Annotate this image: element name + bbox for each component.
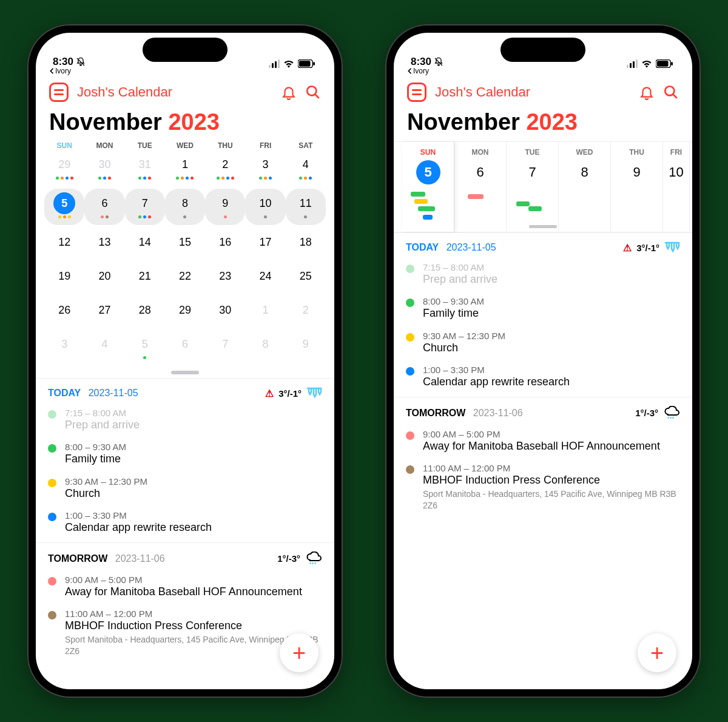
day-cell[interactable]: 4 [84,329,124,366]
event-dots [44,215,84,219]
mini-events [663,188,689,224]
day-cell[interactable]: 6 [84,189,124,225]
day-cell[interactable]: 15 [165,228,205,259]
day-cell[interactable]: 21 [125,261,165,293]
week-strip-day[interactable]: TUE7 [507,142,559,232]
day-number: 16 [214,231,236,253]
day-cell[interactable]: 3 [44,329,84,366]
day-cell[interactable]: 2 [286,295,326,327]
svg-rect-1 [299,61,311,66]
wifi-icon [641,59,652,68]
app-icon[interactable] [49,83,69,102]
bell-icon[interactable] [639,84,655,100]
day-cell[interactable]: 10 [245,189,285,225]
event-item[interactable]: 9:30 AM – 12:30 PMChurch [36,474,334,508]
day-cell[interactable]: 9 [205,189,245,225]
day-cell[interactable]: 19 [44,261,84,293]
day-cell[interactable]: 11 [286,189,326,225]
week-strip-day[interactable]: WED8 [559,142,611,232]
bell-slash-icon [76,57,86,67]
day-cell[interactable]: 9 [286,329,326,366]
weather-block: ⚠3°/-1° [623,241,680,254]
day-number: 8 [174,192,196,214]
event-item[interactable]: 9:30 AM – 12:30 PMChurch [394,328,692,362]
back-to-app[interactable]: Ivory [36,67,334,75]
day-cell[interactable]: 29 [44,150,84,186]
day-cell[interactable]: 30 [205,295,245,327]
drag-handle[interactable] [171,371,199,374]
event-time: 9:00 AM – 5:00 PM [423,429,680,439]
day-number: 29 [174,299,196,321]
day-cell[interactable]: 23 [205,261,245,293]
search-icon[interactable] [663,84,679,100]
day-number: 22 [174,265,196,287]
day-cell[interactable]: 17 [245,228,285,259]
event-title: Calendar app rewrite research [65,521,322,535]
event-item[interactable]: 8:00 – 9:30 AMFamily time [394,294,692,328]
day-cell[interactable]: 12 [44,228,84,259]
search-icon[interactable] [305,84,321,100]
day-cell[interactable]: 1 [245,295,285,327]
svg-point-3 [307,86,316,95]
day-cell[interactable]: 30 [84,150,124,186]
event-item[interactable]: 9:00 AM – 5:00 PMAway for Manitoba Baseb… [394,427,692,461]
day-cell[interactable]: 1 [165,150,205,186]
month-grid[interactable]: 2930311234567891011121314151617181920212… [36,150,334,366]
bell-slash-icon [434,57,443,67]
day-cell[interactable]: 2 [205,150,245,186]
week-strip[interactable]: SUN5MON6TUE7WED8THU9FRI10 [394,141,692,232]
week-strip-day[interactable]: MON6 [454,142,507,232]
day-cell[interactable]: 5 [44,189,84,225]
weather-block: ⚠3°/-1° [265,387,322,399]
add-event-button[interactable]: + [280,633,318,672]
day-cell[interactable]: 14 [125,228,165,259]
event-dot [48,479,56,487]
calendar-title[interactable]: Josh's Calendar [77,84,272,100]
calendar-title[interactable]: Josh's Calendar [435,84,630,100]
back-to-app[interactable]: Ivory [394,67,692,75]
month-name: November [407,109,520,135]
event-title: Family time [423,306,680,320]
day-cell[interactable]: 25 [286,261,326,293]
week-strip-day[interactable]: SUN5 [402,142,454,232]
week-strip-day[interactable]: FRI10 [663,142,690,232]
day-cell[interactable]: 24 [245,261,285,293]
day-cell[interactable]: 31 [125,150,165,186]
day-cell[interactable]: 6 [165,329,205,366]
day-number: 28 [134,299,156,321]
day-cell[interactable]: 7 [125,189,165,225]
event-item[interactable]: 11:00 AM – 12:00 PMMBHOF Induction Press… [394,461,692,518]
day-cell[interactable]: 4 [286,150,326,186]
day-cell[interactable]: 27 [84,295,124,327]
bell-icon[interactable] [281,84,297,100]
day-cell[interactable]: 5 [125,329,165,366]
app-icon[interactable] [407,83,426,102]
day-cell[interactable]: 8 [165,189,205,225]
day-cell[interactable]: 7 [205,329,245,366]
event-item[interactable]: 1:00 – 3:30 PMCalendar app rewrite resea… [394,362,692,396]
event-time: 8:00 – 9:30 AM [65,442,322,452]
event-item[interactable]: 7:15 – 8:00 AMPrep and arrive [394,260,692,294]
day-cell[interactable]: 13 [84,228,124,259]
day-cell[interactable]: 8 [245,329,285,366]
event-item[interactable]: 1:00 – 3:30 PMCalendar app rewrite resea… [36,508,334,542]
day-cell[interactable]: 29 [165,295,205,327]
event-item[interactable]: 7:15 – 8:00 AMPrep and arrive [36,405,334,439]
event-item[interactable]: 9:00 AM – 5:00 PMAway for Manitoba Baseb… [36,572,334,606]
weekday-label: SUN [44,141,84,150]
day-number: 3 [255,154,277,175]
day-cell[interactable]: 20 [84,261,124,293]
event-dots [165,177,205,180]
day-number: 5 [134,333,156,355]
drag-handle[interactable] [529,225,557,228]
day-cell[interactable]: 16 [205,228,245,259]
add-event-button[interactable]: + [638,633,676,672]
day-cell[interactable]: 28 [125,295,165,327]
day-cell[interactable]: 3 [245,150,285,186]
day-cell[interactable]: 26 [44,295,84,327]
event-item[interactable]: 8:00 – 9:30 AMFamily time [36,439,334,473]
day-cell[interactable]: 18 [286,228,326,259]
svg-rect-5 [657,61,669,66]
week-strip-day[interactable]: THU9 [611,142,663,232]
day-cell[interactable]: 22 [165,261,205,293]
